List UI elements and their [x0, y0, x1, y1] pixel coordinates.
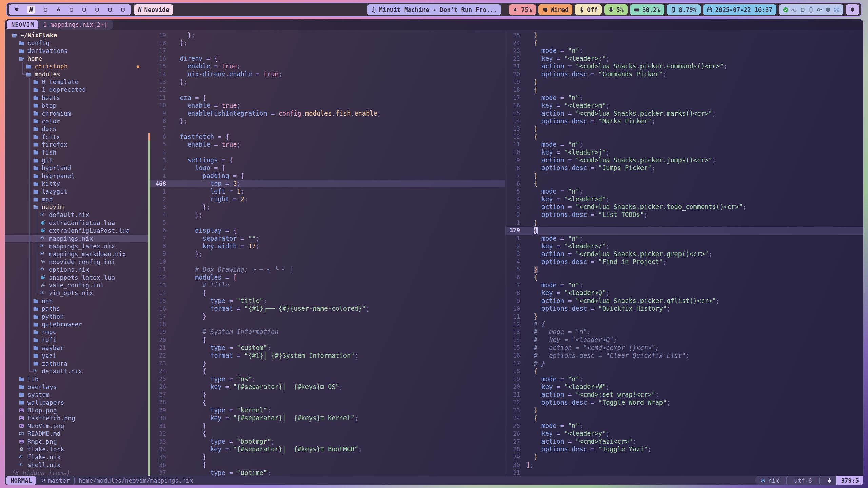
cursor-line[interactable]: 468 top = 3;	[148, 180, 505, 187]
tree-item-zathura[interactable]: zathura	[5, 360, 148, 367]
tree-item-rmpc-png[interactable]: Rmpc.png	[5, 438, 148, 445]
tray-shield-icon[interactable]	[825, 7, 831, 13]
active-window-tab[interactable]: N Neovide	[134, 4, 173, 15]
tree-item-vim-opts-nix[interactable]: ❄vim_opts.nix	[5, 289, 148, 297]
tree-item-btop-png[interactable]: Btop.png	[5, 406, 148, 414]
volume-widget[interactable]: 75%	[509, 4, 536, 15]
code-line[interactable]: 31 }	[148, 422, 505, 430]
code-line[interactable]: 10 options.desc = "Quickfix History";	[505, 305, 863, 312]
tree-item-modules[interactable]: modules	[5, 70, 148, 78]
code-line[interactable]: 10	[148, 258, 505, 266]
code-line[interactable]: 29 type = "kernel";	[148, 406, 505, 414]
code-line[interactable]: 2 options.desc = "List TODOs";	[505, 211, 863, 219]
tree-item-overlays[interactable]: overlays	[5, 383, 148, 391]
code-line[interactable]: 30];	[505, 461, 863, 469]
code-line[interactable]: 8 key = "<leader>Q";	[505, 289, 863, 297]
code-line[interactable]: 18 {	[505, 367, 863, 375]
code-line[interactable]: 4	[148, 148, 505, 156]
code-line[interactable]: 23 mode = "n";	[505, 47, 863, 55]
code-line[interactable]: 4 key = "<leader>d";	[505, 195, 863, 203]
tree-item-yazi[interactable]: yazi	[5, 352, 148, 360]
square-icon[interactable]	[82, 7, 87, 12]
cat-icon[interactable]	[14, 7, 19, 12]
cursor-line[interactable]: 379 {	[505, 227, 863, 235]
code-line[interactable]: 27 action = "<cmd>Yazi<cr>";	[505, 438, 863, 445]
tree-item-flake-lock[interactable]: flake.lock	[5, 445, 148, 453]
code-line[interactable]: 16 format = "{#1}╭── {#}{user-name-color…	[148, 305, 505, 312]
code-line[interactable]: 9 enableFishIntegration = config.modules…	[148, 109, 505, 117]
tree-item--nixflake[interactable]: ~/NixFlake	[5, 31, 148, 39]
code-line[interactable]: 33 type = "bootmgr";	[148, 438, 505, 445]
code-line[interactable]: 27 }	[148, 391, 505, 399]
tray-wave-icon[interactable]	[791, 7, 797, 13]
tree-item-fastfetch-png[interactable]: FastFetch.png	[5, 414, 148, 422]
tree-item-mappings-latex-nix[interactable]: ❄mappings_latex.nix	[5, 242, 148, 250]
code-line[interactable]: 18 };	[148, 39, 505, 47]
tree-item-python[interactable]: python	[5, 312, 148, 320]
code-line[interactable]: 17	[148, 47, 505, 55]
music-widget[interactable]: ♫ Minuit Machine - Don't Run Fro...	[367, 4, 501, 15]
tree-item-default-nix[interactable]: ❄default.nix	[5, 211, 148, 219]
tree-item-nnn[interactable]: nnn	[5, 297, 148, 305]
code-line[interactable]: 24 {	[505, 39, 863, 47]
code-line[interactable]: 21 action = "<cmd>lua Snacks.picker.comm…	[505, 62, 863, 70]
tree-item-config[interactable]: config	[5, 39, 148, 47]
tray-check-icon[interactable]	[783, 7, 788, 13]
code-line[interactable]: 35 }	[148, 453, 505, 461]
tree-item-home[interactable]: home	[5, 55, 148, 62]
editor-pane-left[interactable]: 19 };18 };1716 direnv = {15 enable = tru…	[148, 30, 505, 476]
code-line[interactable]: 2 right = 2;	[148, 195, 505, 203]
code-line[interactable]: 14 options.desc = "Marks Picker";	[505, 117, 863, 125]
tray-grid-icon[interactable]	[834, 7, 839, 13]
notifications-button[interactable]	[846, 4, 859, 15]
code-line[interactable]: 23 }	[505, 406, 863, 414]
tray-key-icon[interactable]	[817, 7, 822, 13]
tree-item-mappings-markdown-nix[interactable]: ❄mappings_markdown.nix	[5, 250, 148, 258]
code-line[interactable]: 32 {	[148, 430, 505, 438]
code-line[interactable]: 11 eza = {	[148, 94, 505, 102]
tree-item-chromium[interactable]: chromium	[5, 109, 148, 117]
tree-item-vale-config-ini[interactable]: vale_config.ini	[5, 281, 148, 289]
code-line[interactable]: 5 mode = "n";	[505, 187, 863, 195]
code-line[interactable]: 18	[148, 320, 505, 328]
memory-widget[interactable]: 30.2%	[630, 4, 664, 15]
code-line[interactable]: 26 key = "<leader>y";	[505, 430, 863, 438]
tree-item-qutebrowser[interactable]: qutebrowser	[5, 320, 148, 328]
code-line[interactable]: 20 {	[148, 336, 505, 344]
code-line[interactable]: 10 enable = true;	[148, 102, 505, 109]
cpu-widget[interactable]: 5%	[604, 4, 628, 15]
code-line[interactable]: 4 options.desc = "Find in Project";	[505, 258, 863, 266]
code-line[interactable]: 3 action = "<cmd>lua Snacks.picker.grep(…	[505, 250, 863, 258]
tree-item-mpd[interactable]: mpd	[5, 195, 148, 203]
tree-item-readme-md[interactable]: README.md	[5, 430, 148, 438]
code-line[interactable]: 21 action = "<cmd>:set wrap!<cr>";	[505, 391, 863, 399]
bluetooth-widget[interactable]: Off	[575, 4, 602, 15]
code-line[interactable]: 11 # Box Drawing: ╭ ─ ╮ ╰ ╯ │	[148, 266, 505, 273]
code-line[interactable]: 15 type = "title";	[148, 297, 505, 305]
code-line[interactable]: 17 # }	[505, 360, 863, 367]
code-line[interactable]: 24 {	[148, 367, 505, 375]
code-line[interactable]: 7 separator = "";	[148, 235, 505, 242]
code-line[interactable]: 17 }	[148, 312, 505, 320]
code-line[interactable]: 5 enable = true;	[148, 141, 505, 148]
code-line[interactable]: 20 options.desc = "Commands Picker";	[505, 70, 863, 78]
code-line[interactable]: 6 {	[505, 180, 863, 187]
code-line[interactable]: 12 modules = [	[148, 273, 505, 281]
tree-item-christoph[interactable]: christoph●	[5, 62, 148, 70]
code-line[interactable]: 6 {	[505, 273, 863, 281]
code-line[interactable]: 18 {	[505, 86, 863, 94]
tree-item-neovide-config-ini[interactable]: neovide_config.ini	[5, 258, 148, 266]
code-line[interactable]: 8 };	[148, 117, 505, 125]
code-line[interactable]: 13 # mode = "n";	[505, 328, 863, 336]
tree-item-firefox[interactable]: firefox	[5, 141, 148, 148]
tree-item-extraconfiglua-lua[interactable]: extraConfigLua.lua	[5, 219, 148, 227]
tree-item-snippets-latex-lua[interactable]: snippets_latex.lua	[5, 273, 148, 281]
tree-item-extraconfigluapost-lua[interactable]: extraConfigLuaPost.lua	[5, 227, 148, 235]
tree-item-flake-nix[interactable]: ❄flake.nix	[5, 453, 148, 461]
code-line[interactable]: 17 mode = "n";	[505, 94, 863, 102]
code-line[interactable]: 30 key = "{#separator}│ {#keys}≣ Kernel"…	[148, 414, 505, 422]
tree-item-lazygit[interactable]: lazygit	[5, 187, 148, 195]
code-line[interactable]: 14 # key = "<leader>Q";	[505, 336, 863, 344]
code-line[interactable]: 24 {	[505, 414, 863, 422]
code-line[interactable]: 14 nix-direnv.enable = true;	[148, 70, 505, 78]
